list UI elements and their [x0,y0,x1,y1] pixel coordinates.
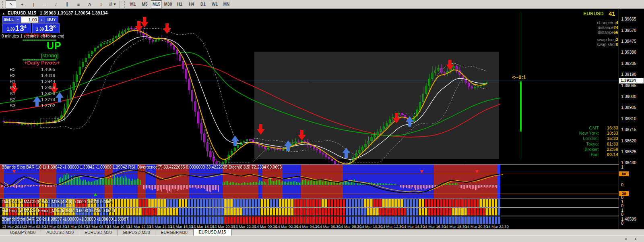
text-label-tool-button[interactable]: T [96,0,106,8]
buy-signal-arrow-icon [284,140,292,152]
tab-eurusd-m30[interactable]: EURUSD,M30 [79,229,118,236]
timeframe-button-h4[interactable]: H4 [186,0,197,8]
price-axis[interactable]: 1.39134 1.396651.395701.394751.393801.39… [619,9,644,229]
clock-value: 01:33 [601,142,618,146]
trend-strength-label: [strong] [41,52,58,58]
time-tick-label: 14 Mar 04:30 [297,224,319,229]
indicator-header-flattrend-2: FlatTrend w MACD [Period_M15](6,13,9) 0.… [2,209,115,213]
pivot-row: S31.3702 [10,103,65,109]
scroll-left-icon[interactable]: ◄ [624,237,630,241]
indicator-level-label: 1 [621,165,623,169]
price-tick-label: 1.39190 [621,72,636,77]
pivot-label: PV [10,85,23,90]
equidistant-channel-tool-button[interactable]: ∥ [62,0,72,8]
toolbar-separator [120,1,121,8]
pivot-label: S3 [10,103,23,108]
tab-eurusd-m15[interactable]: EURUSD,M15 [193,229,232,236]
indicator-level-label: 0 [621,221,623,225]
buy-button[interactable]: BUY [45,16,58,23]
indicator-level-label: 0 [621,182,623,187]
clock-row: Bar:00:14 [573,152,618,157]
clock-row: Tokyo:01:33 [573,142,618,146]
pivot-label: R1 [10,79,23,84]
time-tick-label: 13 Mar 12:30 [128,224,151,229]
clock-label: GMT [573,125,599,130]
price-tick-label: 1.39285 [621,61,636,66]
timeframe-button-m1[interactable]: M1 [128,0,138,8]
tab-audusd-m30[interactable]: AUDUSD,M30 [41,229,79,236]
indicator-level-label: 0 [621,212,623,217]
volume-input[interactable] [21,16,39,23]
time-tick-label: 13 Mar 18:30 [192,224,214,229]
pivot-value: 1.4016 [41,73,65,78]
clock-value: 00:14 [601,152,618,157]
indicator-header-bbands-stop: BBands Stop BAR (20,2) 1.38997 -1.00000 … [2,217,128,221]
buy-signal-arrow-icon [406,116,414,128]
chart-tab-bar: USDJPY,M30AUDUSD,M30EURUSD,M30GBPUSD,M30… [0,229,644,236]
pivot-row: S21.3774 [10,97,65,103]
time-tick-label: 14 Mar 02:30 [276,224,298,229]
toolbar-grip [124,1,126,8]
time-tick-label: 14 Mar 12:30 [381,224,403,229]
clock-label: Bar: [573,152,599,157]
clock-label: Tokyo: [573,142,599,146]
chart-title: ▲ EURUSD,M15 1.39063 1.39137 1.39054 1.3… [2,10,107,15]
time-tick-label: 14 Mar 22:30 [486,224,509,229]
crosshair-tool-button[interactable]: + [17,0,27,8]
pivot-row: R21.4016 [10,73,65,79]
pivot-value: 1.3944 [41,79,65,84]
time-tick-label: 13 Mar 10:30 [107,224,130,229]
collapse-triangle-icon[interactable]: ▲ [2,12,5,15]
cursor-tool-button[interactable]: ↖ [6,0,16,8]
status-bar: ◄ ► [0,236,644,242]
price-chart-canvas[interactable] [0,10,619,224]
arrows-tool-button[interactable]: ⇵ ▾ [107,0,118,8]
clock-label: London: [573,136,599,141]
symbol-info-row: change/ra4 [597,20,618,25]
tab-usdjpy-m30[interactable]: USDJPY,M30 [5,229,41,236]
time-tick-label: 14 Mar 16:30 [423,224,446,229]
sell-signal-arrow-icon [298,130,306,142]
price-tick-label: 1.39380 [621,50,636,54]
time-axis[interactable]: 13 Mar 201413 Mar 02:3013 Mar 04:3013 Ma… [0,224,619,229]
vertical-line-tool-button[interactable]: | [28,0,39,8]
time-tick-label: 13 Mar 2014 [2,224,23,229]
timeframe-button-h1[interactable]: H1 [174,0,185,8]
sell-signal-arrow-icon [446,60,454,72]
time-tick-label: 14 Mar 10:30 [360,224,382,229]
timeframe-button-d1[interactable]: D1 [198,0,208,8]
volume-increase-button[interactable]: ▲ [39,16,45,23]
price-tick-label: 1.38620 [621,138,636,143]
tab-eurgbp-m30[interactable]: EURGBP,M30 [155,229,193,236]
chevron-down-icon: ▼ [17,19,19,21]
symbol-info-row: swap shor0 [597,42,618,47]
price-tick-label: 1.38810 [621,116,636,121]
scroll-right-icon[interactable]: ► [634,237,641,241]
time-tick-label: 14 Mar 06:30 [318,224,341,229]
trendline-tool-button[interactable]: / [51,0,61,8]
fibonacci-tool-button[interactable]: ≡ [73,0,84,8]
volume-decrease-button[interactable]: ▼ [15,16,21,23]
pivot-value: 1.4065 [41,67,65,72]
time-tick-label: 14 Mar 14:30 [402,224,425,229]
time-tick-label: 13 Mar 08:30 [86,224,109,229]
timeframe-button-m5[interactable]: M5 [139,0,150,8]
text-tool-button[interactable]: A [85,0,95,8]
sell-quote: 1.39 13 4 [2,23,31,33]
buy-signal-arrow-icon [231,136,239,148]
sell-button[interactable]: SELL [2,16,15,23]
time-tick-label: 14 Mar 20:30 [465,224,488,229]
pivot-row: S11.3823 [10,91,65,97]
time-tick-label: 14 Mar 08:30 [339,224,361,229]
tab-gbpusd-m30[interactable]: GBPUSD,M30 [118,229,156,236]
toolbar: ↖+|—/∥≡AT⇵ ▾M1M5M15M30H1H4D1W1MN [0,0,644,9]
indicator-header-flattrend-1: FlatTrend w MACD [Period_M15](4,8,9) 0.0… [2,200,113,204]
ohlc-values: 1.39063 1.39137 1.39054 1.39134 [40,10,107,15]
timeframe-button-m30[interactable]: M30 [163,0,173,8]
clock-row: New York:10:33 [573,131,618,136]
timeframe-button-mn[interactable]: MN [221,0,232,8]
horizontal-line-tool-button[interactable]: — [39,0,50,8]
timeframe-button-m15[interactable]: M15 [151,0,162,8]
timeframe-button-w1[interactable]: W1 [209,0,220,8]
toolbar-grip [2,1,4,8]
